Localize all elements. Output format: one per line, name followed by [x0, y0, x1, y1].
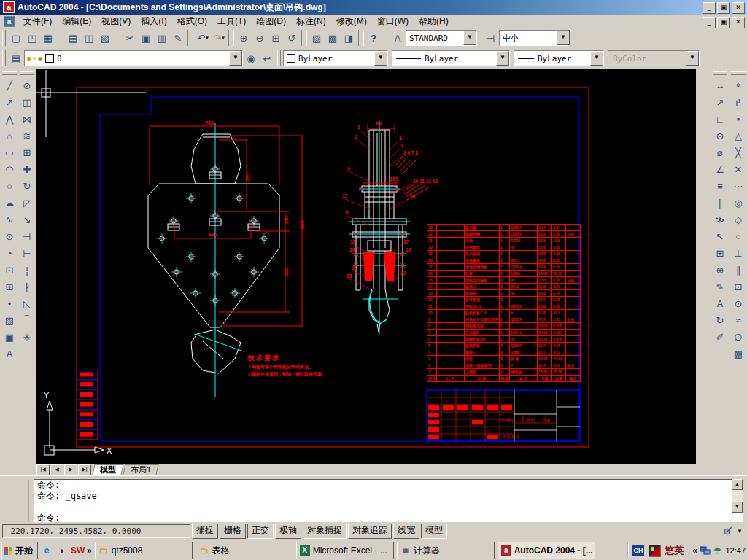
menu-9[interactable]: 窗口(W): [372, 15, 414, 28]
quick-dimension-button[interactable]: ≡: [712, 178, 728, 194]
move-button[interactable]: ✚: [19, 161, 35, 177]
stretch-button[interactable]: ↘: [19, 211, 35, 228]
tolerance-button[interactable]: ⊞: [712, 245, 728, 261]
toggle-线宽[interactable]: 线宽: [393, 524, 419, 539]
layer-combo[interactable]: ● ☀ ▣ 0 ▼: [24, 50, 243, 66]
close-button[interactable]: ✕: [732, 2, 745, 14]
toggle-对象追踪[interactable]: 对象追踪: [348, 524, 392, 539]
toggle-模型[interactable]: 模型: [421, 524, 447, 539]
task-calculator[interactable]: ▦计算器: [397, 542, 495, 559]
chevron-down-icon[interactable]: ▼: [229, 51, 242, 66]
zoom-window-button[interactable]: ⊞: [268, 30, 284, 46]
undo-dropdown-icon[interactable]: ▾: [206, 35, 209, 41]
autocad-app-icon[interactable]: a: [3, 1, 15, 13]
arc-button[interactable]: ◠: [1, 161, 18, 177]
command-scrollbar[interactable]: ▲ ▼: [732, 479, 743, 513]
temporary-track-point-button[interactable]: ⌖: [730, 77, 746, 93]
doc-close-button[interactable]: ✕: [732, 17, 745, 28]
polyline-button[interactable]: ⋀: [1, 111, 18, 127]
cut-button[interactable]: ✂: [122, 30, 138, 46]
redo-dropdown-icon[interactable]: ▾: [222, 35, 225, 41]
revision-cloud-button[interactable]: ☁: [1, 195, 18, 211]
sun-icon[interactable]: ☀: [32, 55, 36, 63]
quicklaunch-chevron-icon[interactable]: »: [87, 545, 92, 556]
communication-center-icon[interactable]: [722, 526, 734, 536]
scale-button[interactable]: ◸: [19, 195, 35, 211]
dim-style-combo[interactable]: 中小 ▼: [499, 30, 570, 46]
toolbar-grip[interactable]: [713, 71, 727, 75]
menu-1[interactable]: 编辑(E): [57, 15, 96, 28]
dim-style-button[interactable]: ⊣: [483, 30, 499, 46]
snap-endpoint-button[interactable]: ▪: [730, 111, 746, 127]
layer-color-swatch[interactable]: [45, 54, 54, 63]
layer-previous-button[interactable]: ↩: [259, 50, 275, 66]
spline-button[interactable]: ∿: [1, 211, 18, 228]
menu-0[interactable]: 文件(F): [18, 15, 57, 28]
point-button[interactable]: •: [1, 295, 18, 311]
text-style-button[interactable]: A: [390, 30, 406, 46]
zoom-out-button[interactable]: ⊖: [252, 30, 268, 46]
scroll-up-arrow-icon[interactable]: ▲: [732, 479, 743, 490]
explode-button[interactable]: ✳: [19, 329, 35, 345]
hatch-button[interactable]: ▨: [1, 312, 18, 328]
chevron-down-icon[interactable]: ▼: [496, 51, 509, 66]
toolbar-grip[interactable]: [2, 30, 6, 46]
break-at-point-button[interactable]: ¦: [19, 262, 35, 278]
chevron-down-icon[interactable]: ▼: [590, 51, 603, 66]
task-autocad[interactable]: aAutoCAD 2004 - [...: [498, 542, 595, 559]
circle-button[interactable]: ○: [1, 178, 18, 194]
erase-button[interactable]: ⊘: [19, 77, 35, 93]
mirror-button[interactable]: ⋈: [19, 111, 35, 127]
toggle-正交[interactable]: 正交: [247, 524, 274, 539]
chamfer-button[interactable]: ◺: [19, 295, 35, 311]
dimension-text-edit-button[interactable]: A: [712, 295, 728, 311]
redo-button[interactable]: ↷▾: [211, 30, 227, 46]
toolbar-grip[interactable]: [731, 71, 746, 75]
copy-button[interactable]: ▣: [138, 30, 154, 46]
print-button[interactable]: ▤: [65, 30, 81, 46]
snap-intersection-button[interactable]: ╳: [730, 144, 746, 160]
insert-block-button[interactable]: ⊡: [1, 262, 18, 278]
lineweight-combo[interactable]: ByLayer ▼: [514, 50, 604, 66]
construction-line-button[interactable]: ↗: [1, 94, 18, 110]
copy-object-button[interactable]: ◫: [19, 94, 35, 110]
ordinate-dimension-button[interactable]: ∟: [712, 111, 728, 127]
open-file-button[interactable]: ◳: [24, 30, 40, 46]
fillet-button[interactable]: ⌒: [19, 312, 35, 328]
dimension-style-button[interactable]: ✐: [712, 329, 728, 345]
toolbar-grip[interactable]: [2, 50, 6, 66]
print-preview-button[interactable]: ◫: [81, 30, 97, 46]
snap-parallel-button[interactable]: ∥: [730, 262, 746, 278]
trim-button[interactable]: ⊣: [19, 228, 35, 244]
ellipse-arc-button[interactable]: ◔: [1, 245, 18, 261]
tab-last-icon[interactable]: ▶|: [78, 464, 91, 475]
array-button[interactable]: ⊞: [19, 144, 35, 160]
tab-next-icon[interactable]: ▶: [64, 464, 77, 475]
ellipse-button[interactable]: ⊙: [1, 228, 18, 244]
snap-tangent-button[interactable]: ○: [730, 228, 746, 244]
snap-center-button[interactable]: ◎: [730, 195, 746, 211]
tab-first-icon[interactable]: |◀: [36, 464, 50, 475]
tray-collapse-chevron-icon[interactable]: «: [692, 545, 697, 556]
publish-button[interactable]: ▧: [97, 30, 113, 46]
snap-perpendicular-button[interactable]: ⊥: [730, 245, 746, 261]
document-icon[interactable]: a: [4, 16, 15, 27]
snap-node-button[interactable]: ⊙: [730, 295, 746, 311]
rotate-button[interactable]: ↻: [19, 178, 35, 194]
diameter-dimension-button[interactable]: ⌀: [712, 144, 728, 160]
linear-dimension-button[interactable]: ↔: [712, 77, 728, 93]
zoom-previous-button[interactable]: ↺: [284, 30, 300, 46]
undo-button[interactable]: ↶▾: [195, 30, 211, 46]
toggle-捕捉[interactable]: 捕捉: [192, 524, 218, 539]
minimize-button[interactable]: _: [703, 2, 716, 14]
snap-midpoint-button[interactable]: △: [730, 128, 746, 144]
paste-button[interactable]: ▥: [154, 30, 170, 46]
doc-minimize-button[interactable]: _: [703, 17, 716, 28]
toggle-对象捕捉[interactable]: 对象捕捉: [303, 524, 347, 539]
osnap-settings-button[interactable]: ▩: [730, 346, 746, 362]
menu-6[interactable]: 绘图(D): [251, 15, 291, 28]
snap-insert-button[interactable]: ⊡: [730, 279, 746, 295]
angular-dimension-button[interactable]: ∠: [712, 161, 728, 177]
menu-10[interactable]: 帮助(H): [414, 15, 454, 28]
doc-restore-button[interactable]: ▣: [717, 17, 730, 28]
